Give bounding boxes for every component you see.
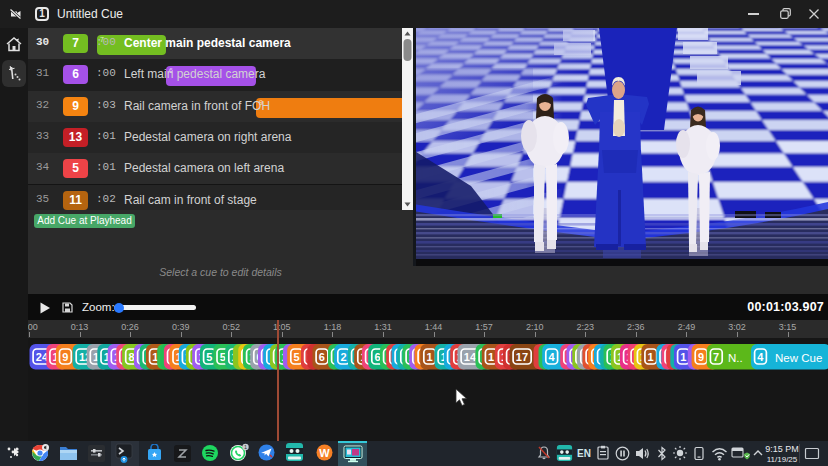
svg-text:N..: N.. bbox=[728, 352, 743, 364]
svg-text:17: 17 bbox=[516, 351, 528, 363]
svg-text:1: 1 bbox=[244, 444, 247, 450]
svg-text:5: 5 bbox=[294, 351, 300, 363]
svg-text:New Cue: New Cue bbox=[775, 352, 822, 364]
svg-text:9: 9 bbox=[62, 351, 68, 363]
svg-text:4: 4 bbox=[549, 351, 556, 363]
svg-text:5: 5 bbox=[220, 351, 226, 363]
svg-text:14: 14 bbox=[464, 351, 477, 363]
svg-text:1: 1 bbox=[648, 351, 654, 363]
svg-text:4: 4 bbox=[757, 351, 764, 363]
svg-text:8: 8 bbox=[128, 351, 134, 363]
svg-text:1: 1 bbox=[488, 351, 494, 363]
svg-text:W: W bbox=[319, 447, 330, 459]
svg-text:1: 1 bbox=[427, 351, 433, 363]
svg-text:5: 5 bbox=[206, 351, 212, 363]
svg-text:6: 6 bbox=[375, 351, 381, 363]
svg-text:9: 9 bbox=[698, 351, 704, 363]
svg-text:7: 7 bbox=[713, 351, 719, 363]
svg-text:1: 1 bbox=[680, 351, 686, 363]
svg-text:2: 2 bbox=[341, 351, 347, 363]
svg-text:6: 6 bbox=[319, 351, 325, 363]
